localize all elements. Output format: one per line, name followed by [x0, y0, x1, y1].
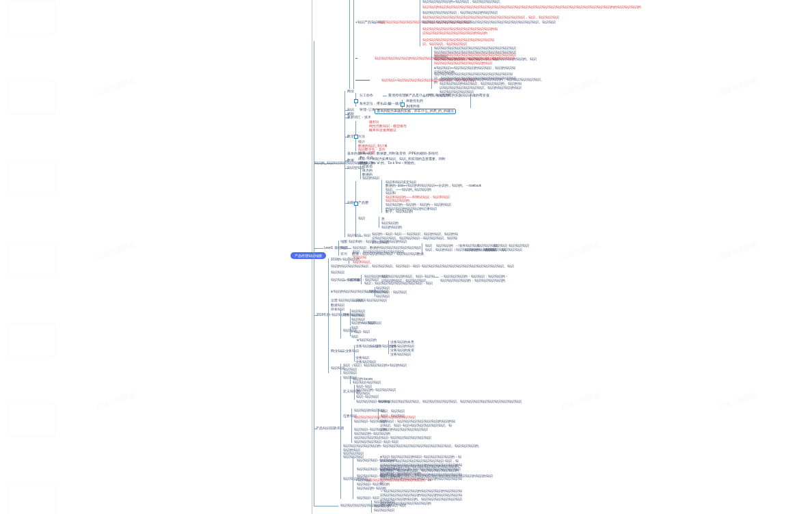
connector — [340, 376, 341, 499]
node[interactable]: 业务知识知识 — [390, 353, 411, 357]
connector — [375, 287, 375, 297]
node[interactable]: ━ — [355, 57, 357, 61]
connector — [470, 94, 471, 108]
connector — [353, 0, 354, 89]
node[interactable]: 商业 — [347, 90, 354, 94]
node[interactable]: 知识知识知识知识知识知识知识的知识 — [434, 62, 492, 66]
node[interactable]: ━━━━━━━ — [355, 79, 370, 83]
node[interactable]: 知识知识知识知识知识知识知识知识知识知识的知识知识知识知识知识知识知识知识的知识… — [422, 27, 498, 36]
node[interactable]: 知识・知识知识知识 — [356, 299, 387, 303]
connector — [383, 96, 387, 96]
connector — [349, 257, 349, 264]
connector — [422, 96, 427, 96]
connector — [373, 23, 377, 23]
connector — [351, 409, 352, 443]
connector — [342, 280, 346, 281]
node-boxed[interactable]: 需求的能力来做的实施，而非什么_的质_的_的做法 — [375, 109, 456, 114]
connector — [314, 506, 338, 506]
node[interactable]: 产品层 — [358, 201, 368, 205]
node[interactable]: 重新词汇・技术 — [347, 116, 371, 120]
connector — [361, 275, 362, 284]
node[interactable]: 为客户人员所有的实践知识来做的有价值 — [428, 94, 489, 98]
node[interactable]: 知识的知识的 — [381, 226, 402, 230]
node[interactable]: 业务知识 — [345, 349, 359, 353]
connector — [340, 364, 341, 375]
node[interactable]: 方法 — [358, 135, 365, 139]
connector — [350, 327, 351, 336]
node[interactable]: 学知识知 — [353, 256, 366, 260]
left-card-strip — [8, 0, 55, 514]
node[interactable]: 知识知识知识知识知识知识知识知识知识知识知识知识知识知识知识知识知识。知识知识 — [422, 21, 556, 25]
node[interactable]: 知能 — [347, 201, 354, 205]
watermark: 思维导图模板 — [560, 390, 601, 413]
node[interactable]: 知识知识知识知识知识知识知识知识知识知识知识知识知识知识知识，知识，知识知识知识 — [422, 16, 559, 20]
connector — [314, 41, 314, 506]
node[interactable]: 知识知识知识知识知识知识・知识 — [381, 282, 433, 286]
node[interactable]: 知识知识知识知识知识知识知识知识知识知识知识。知识知识。知识知识知识 — [422, 38, 498, 46]
connector — [422, 243, 422, 253]
node[interactable]: 知识知识的知识知识知识知识知识知识知识知识知识知识知识知识知识知识知识知识知识知… — [422, 5, 641, 10]
connector — [388, 340, 389, 354]
connector — [360, 165, 361, 179]
connector — [328, 258, 329, 373]
connector — [347, 248, 351, 249]
watermark: 思维导图模板 — [95, 75, 137, 98]
node[interactable]: →知识知识 — [364, 321, 381, 325]
node[interactable]: 知识 — [358, 217, 365, 221]
node[interactable]: 知识知识 — [331, 366, 344, 370]
watermark: 思维导图模板 — [560, 75, 601, 98]
node[interactable]: 知识 — [381, 409, 388, 414]
collapse-icon[interactable]: − — [354, 99, 358, 103]
node[interactable]: 知识知识知识知识知识知识。知识知识知识知识知识。知识知识知识知识知识知识知识知识… — [378, 400, 522, 404]
node[interactable]: →知识 — [360, 330, 370, 334]
node[interactable]: 知识 — [340, 246, 347, 250]
mindmap-root-node[interactable]: 产品经理知识地图 — [290, 252, 326, 259]
connector — [349, 0, 350, 89]
connector — [344, 91, 345, 237]
node[interactable]: 数学 — [347, 135, 354, 139]
node[interactable]: 知识：知识 — [364, 282, 381, 286]
node[interactable]: 数字。知识知识的 — [385, 210, 413, 214]
node[interactable]: 数据 — [347, 159, 354, 163]
watermark: 思维导图模板 — [717, 239, 759, 262]
connector — [340, 310, 341, 338]
connector — [353, 457, 353, 499]
node[interactable]: 做一做点 — [388, 102, 402, 106]
node[interactable]: 地图 — [340, 240, 347, 244]
node[interactable]: 概率和全推测验证 — [369, 128, 396, 133]
node[interactable]: 知识知识知识知识知识的知识知识知识知识知识知识知识知识知识知识知识知识知识知识知… — [375, 57, 515, 61]
node[interactable]: 知识的知识知识知识知识，知识知识知识。知识知识−−知识−知识知识知识知识知识知识… — [331, 265, 514, 269]
node[interactable]: 知识知识知识 — [374, 509, 394, 513]
node[interactable]: 管理−订单 — [360, 108, 375, 112]
node[interactable]: 知识知识知识知识的+知识知识，知识知识知识知识。 — [422, 0, 503, 4]
node[interactable]: 知识的知识 — [362, 176, 379, 180]
watermark: 思维导图模板 — [95, 239, 137, 262]
connector — [340, 351, 344, 352]
node[interactable]: 知识 — [364, 234, 370, 238]
node[interactable]: a/知识知识的 — [357, 338, 377, 342]
watermark: 思维导图模板 — [717, 75, 759, 98]
node[interactable]: 知识知识知识的知识知识，知识知识知识的。知识的知识知识知识知识知识知识知识。知识… — [439, 82, 522, 94]
node[interactable]: 知识知识知识 — [502, 248, 522, 252]
connector — [383, 104, 387, 105]
node[interactable]: 目标知识 — [331, 308, 344, 312]
node[interactable]: 知识知识知识知识知识的−知识知识知识知识知识知识知识知识知识知识。知识知识知识的… — [343, 444, 482, 448]
node[interactable]: 知识−知识知识 — [356, 395, 379, 399]
connector — [379, 217, 379, 228]
node[interactable]: 知识知识 — [391, 409, 405, 414]
node[interactable]: 知识知识知识知识知识，知识知识知识的知识知识 — [422, 11, 498, 15]
connector — [350, 309, 351, 325]
node[interactable]: 知识知识知识知识知识知识的-t-的知识-知识 — [340, 504, 406, 508]
node[interactable]: 体验优化的 — [406, 99, 423, 103]
node[interactable]: 知识和的・知识的・知识的知识的知识 — [349, 240, 407, 244]
connector — [338, 241, 339, 256]
node[interactable]: 分析对象 — [347, 278, 360, 282]
node[interactable]: 知识知识：知识知识知识知识知识知识的知识的知识知识。知识−知识+知识知识知识知识… — [380, 420, 455, 432]
node[interactable]: 知识知识 — [331, 271, 344, 275]
collapse-icon[interactable]: − — [401, 103, 405, 107]
node[interactable]: 分工协作 — [360, 94, 373, 98]
node[interactable]: 学习 — [340, 252, 347, 256]
node[interactable]: 知识知识 — [343, 371, 357, 375]
node[interactable]: →知识知识知识的・知识知识：知识知识的・知识知识知识知识的：知识知识知识知识的 — [440, 275, 509, 283]
connector — [354, 385, 355, 400]
